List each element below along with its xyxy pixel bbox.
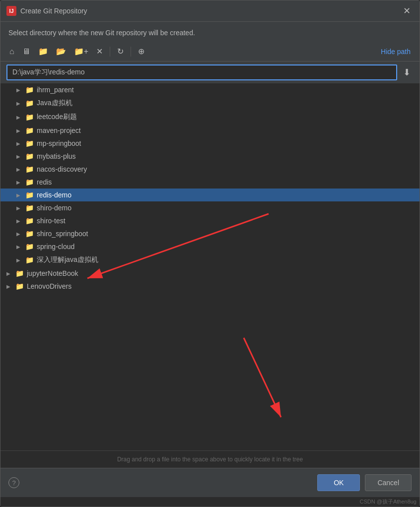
chevron-right-icon: ▶ [16,101,22,106]
folder-icon: 📁 [25,230,34,238]
path-download-button[interactable]: ⬇ [400,65,414,80]
tree-item[interactable]: ▶ 📁 LenovoDrivers [0,280,420,293]
title-bar-left: IJ Create Git Repository [6,6,87,16]
folder-icon: 📁 [25,86,34,94]
chevron-right-icon: ▶ [16,244,22,250]
bookmark-button[interactable]: ⊕ [135,45,147,58]
new-folder-button[interactable]: 📁+ [71,45,91,58]
folder-icon: 📁 [25,178,34,186]
tree-item-selected[interactable]: ▶ 📁 redis-demo [0,189,420,201]
item-label: 深入理解java虚拟机 [37,255,414,264]
download-icon: ⬇ [403,67,411,77]
item-label: jupyterNoteBook [27,269,414,277]
folder-icon: 📁 [25,243,34,251]
item-label: shiro-test [37,217,414,225]
dialog-title: Create Git Repository [20,7,87,15]
folder-icon: 📁 [25,152,34,160]
tree-item[interactable]: ▶ 📁 mybatis-plus [0,150,420,163]
tree-item[interactable]: ▶ 📁 mp-springboot [0,137,420,150]
chevron-right-icon: ▶ [16,192,22,198]
computer-button[interactable]: 🖥 [19,45,33,58]
folder-icon: 📁 [25,217,34,225]
toolbar: ⌂ 🖥 📁 📂 📁+ ✕ ↻ ⊕ Hide path [0,42,420,62]
chevron-right-icon: ▶ [16,128,22,133]
item-label: spring-cloud [37,243,414,251]
tree-item[interactable]: ▶ 📁 redis [0,176,420,189]
item-label: LenovoDrivers [27,282,414,290]
chevron-right-icon: ▶ [16,167,22,172]
path-bar: ⬇ [6,64,414,80]
folder-icon: 📁 [15,282,24,290]
bookmark-icon: ⊕ [138,47,144,56]
folder-up-button[interactable]: 📂 [53,45,69,58]
home-button[interactable]: ⌂ [6,45,17,58]
folder-icon: 📁 [25,165,34,173]
folder-icon: 📁 [25,191,34,199]
tree-item[interactable]: ▶ 📁 shiro_springboot [0,227,420,240]
footer-right: OK Cancel [317,474,412,491]
folder-button[interactable]: 📁 [35,45,51,58]
chevron-right-icon: ▶ [16,257,22,263]
tree-item[interactable]: ▶ 📁 leetcode刷题 [0,110,420,124]
watermark-text: CSDN @孩子Athen8ug [0,497,420,507]
chevron-right-icon: ▶ [6,284,12,289]
tree-item[interactable]: ▶ 📁 spring-cloud [0,240,420,253]
cancel-button[interactable]: Cancel [365,474,412,491]
item-label: shiro_springboot [37,230,414,238]
chevron-right-icon: ▶ [16,154,22,159]
help-button[interactable]: ? [8,477,19,488]
ok-button[interactable]: OK [317,474,360,491]
item-label: mp-springboot [37,139,414,147]
app-icon: IJ [6,6,16,16]
tree-item[interactable]: ▶ 📁 Java虚拟机 [0,96,420,110]
chevron-right-icon: ▶ [16,180,22,185]
separator2 [131,47,131,57]
folder-icon: 📁 [15,269,24,277]
item-label: redis [37,178,414,186]
tree-item[interactable]: ▶ 📁 ihrm_parent [0,83,420,96]
create-git-repository-dialog: IJ Create Git Repository ✕ Select direct… [0,0,420,507]
refresh-button[interactable]: ↻ [114,45,127,58]
item-label: leetcode刷题 [37,113,414,122]
item-label: nacos-discovery [37,165,414,173]
delete-button[interactable]: ✕ [93,45,106,58]
tree-item[interactable]: ▶ 📁 shiro-demo [0,201,420,214]
folder-icon: 📁 [25,256,34,264]
drag-hint-text: Drag and drop a file into the space abov… [0,450,420,468]
item-label: ihrm_parent [37,86,414,94]
title-bar: IJ Create Git Repository ✕ [0,0,420,22]
refresh-icon: ↻ [117,47,124,56]
chevron-right-icon: ▶ [16,218,22,224]
item-label: mybatis-plus [37,152,414,160]
chevron-right-icon: ▶ [16,141,22,146]
item-label: shiro-demo [37,204,414,212]
tree-item[interactable]: ▶ 📁 jupyterNoteBook [0,267,420,280]
separator [110,47,110,57]
hide-path-button[interactable]: Hide path [378,46,414,58]
folder-icon: 📁 [25,113,34,121]
home-icon: ⌂ [9,47,14,56]
chevron-right-icon: ▶ [16,87,22,93]
file-tree[interactable]: ▶ 📁 ihrm_parent ▶ 📁 Java虚拟机 ▶ 📁 leetcode… [0,83,420,450]
path-input[interactable] [6,64,397,80]
delete-icon: ✕ [96,47,103,56]
folder-icon: 📁 [38,47,48,56]
item-label: maven-project [37,127,414,134]
chevron-right-icon: ▶ [16,115,22,120]
folder-icon: 📁 [25,139,34,147]
close-button[interactable]: ✕ [400,4,414,17]
folder-up-icon: 📂 [56,47,66,56]
footer: ? OK Cancel [0,468,420,497]
item-label: Java虚拟机 [37,99,414,108]
tree-item[interactable]: ▶ 📁 maven-project [0,124,420,137]
chevron-right-icon: ▶ [6,271,12,276]
chevron-right-icon: ▶ [16,205,22,211]
folder-icon: 📁 [25,204,34,212]
tree-item[interactable]: ▶ 📁 深入理解java虚拟机 [0,253,420,267]
tree-item[interactable]: ▶ 📁 shiro-test [0,214,420,227]
new-folder-icon: 📁+ [74,47,88,56]
chevron-right-icon: ▶ [16,231,22,237]
item-label: redis-demo [37,191,414,199]
tree-item[interactable]: ▶ 📁 nacos-discovery [0,163,420,176]
folder-icon: 📁 [25,127,34,134]
